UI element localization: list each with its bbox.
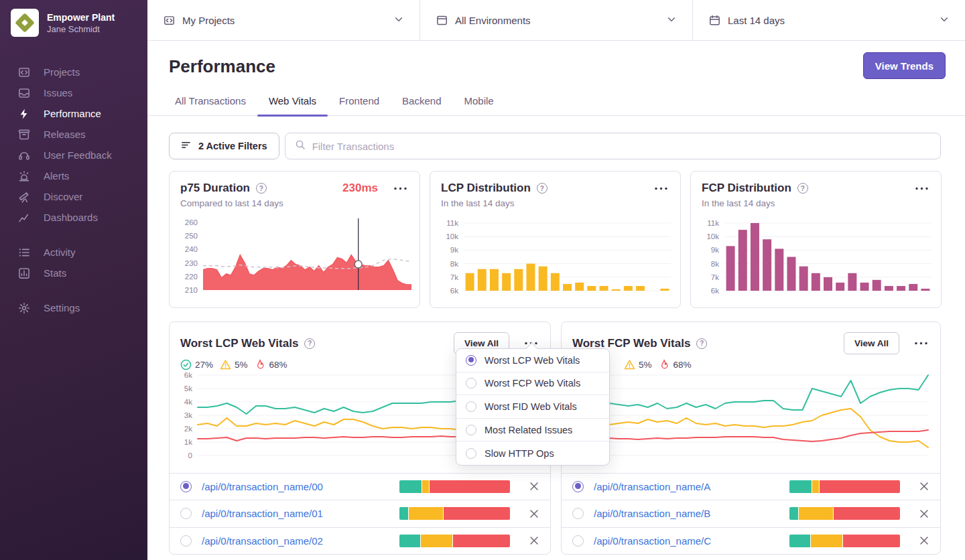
- transaction-link[interactable]: /api/0/transaction_name/A: [594, 481, 710, 492]
- dismiss-row-button[interactable]: [919, 535, 929, 546]
- tab-mobile[interactable]: Mobile: [452, 95, 505, 115]
- vitals-distribution-bar: [789, 480, 900, 493]
- dashboards-icon: [18, 212, 30, 224]
- card-header: p75 Duration ? 230ms: [170, 171, 420, 195]
- card-menu-button[interactable]: [392, 186, 409, 192]
- search-icon: [295, 139, 306, 153]
- p75-value: 230ms: [342, 182, 378, 195]
- transaction-link[interactable]: /api/0/transaction_name/01: [202, 508, 323, 519]
- chevron-down-icon: [394, 15, 403, 26]
- tab-label: All Transactions: [175, 95, 246, 107]
- row-radio[interactable]: [180, 481, 192, 492]
- table-row: /api/0/transaction_name/02: [170, 527, 550, 555]
- menu-item-slow-http-ops[interactable]: Slow HTTP Ops: [456, 441, 609, 465]
- menu-item-worst-fid-web-vitals[interactable]: Worst FID Web Vitals: [456, 395, 609, 419]
- tab-frontend[interactable]: Frontend: [328, 95, 391, 115]
- sidebar-item-activity[interactable]: Activity: [0, 242, 147, 263]
- sidebar-item-label: Performance: [44, 108, 101, 119]
- row-radio[interactable]: [180, 535, 192, 547]
- menu-radio: [466, 448, 476, 459]
- svg-text:240: 240: [185, 245, 198, 253]
- lcp-distribution-chart: 11k10k9k8k7k6k: [438, 216, 676, 306]
- tab-backend[interactable]: Backend: [391, 95, 452, 115]
- org-switcher[interactable]: Empower Plant Jane Schmidt: [0, 0, 147, 46]
- sidebar-item-issues[interactable]: Issues: [0, 82, 147, 103]
- bar-poor-segment: [453, 535, 510, 547]
- tab-web-vitals[interactable]: Web Vitals: [257, 95, 328, 115]
- transaction-link[interactable]: /api/0/transaction_name/B: [594, 508, 710, 519]
- search-box: [285, 133, 941, 159]
- help-icon[interactable]: ?: [696, 338, 707, 349]
- sidebar-item-discover[interactable]: Discover: [0, 186, 147, 207]
- transaction-link[interactable]: /api/0/transaction_name/02: [202, 535, 323, 547]
- sidebar-item-performance[interactable]: Performance: [0, 103, 147, 124]
- sidebar-nav: ProjectsIssuesPerformanceReleasesUser Fe…: [0, 62, 147, 318]
- svg-text:11k: 11k: [707, 219, 719, 227]
- menu-radio: [466, 401, 476, 412]
- topbar-filter-last-14-days[interactable]: Last 14 days: [692, 0, 965, 40]
- menu-item-most-related-issues[interactable]: Most Related Issues: [456, 419, 609, 442]
- dismiss-row-button[interactable]: [529, 535, 539, 546]
- topbar-filter-my-projects[interactable]: My Projects: [147, 0, 420, 40]
- transaction-link[interactable]: /api/0/transaction_name/00: [202, 481, 323, 492]
- help-icon[interactable]: ?: [537, 183, 548, 194]
- svg-text:2k: 2k: [184, 425, 192, 433]
- discover-icon: [18, 191, 30, 203]
- view-trends-button[interactable]: View Trends: [863, 52, 946, 79]
- transaction-link[interactable]: /api/0/transaction_name/C: [594, 535, 711, 547]
- tab-all-transactions[interactable]: All Transactions: [164, 95, 257, 115]
- projects-folder-icon: [164, 15, 175, 26]
- card-header: FCP Distribution ?: [691, 171, 941, 195]
- row-radio[interactable]: [572, 508, 584, 519]
- table-row: /api/0/transaction_name/B: [562, 500, 940, 527]
- menu-item-worst-lcp-web-vitals[interactable]: Worst LCP Web Vitals: [456, 349, 609, 372]
- svg-text:8k: 8k: [711, 260, 719, 268]
- card-menu-button[interactable]: [913, 340, 929, 346]
- help-icon[interactable]: ?: [304, 338, 315, 349]
- bar-poor-segment: [820, 480, 900, 493]
- close-icon: [529, 535, 539, 546]
- topbar-filter-label: Last 14 days: [728, 15, 785, 26]
- sidebar-item-dashboards[interactable]: Dashboards: [0, 207, 147, 228]
- help-icon[interactable]: ?: [797, 183, 808, 194]
- row-radio[interactable]: [572, 481, 584, 492]
- help-icon[interactable]: ?: [256, 183, 267, 194]
- activity-icon: [18, 247, 30, 259]
- sidebar-item-settings[interactable]: Settings: [0, 297, 147, 318]
- dismiss-row-button[interactable]: [919, 481, 929, 492]
- row-radio[interactable]: [572, 535, 584, 547]
- dismiss-row-button[interactable]: [919, 508, 929, 519]
- vitals-distribution-bar: [789, 535, 900, 547]
- view-all-button[interactable]: View All: [844, 332, 899, 354]
- svg-text:220: 220: [185, 273, 198, 281]
- sidebar-item-user-feedback[interactable]: User Feedback: [0, 145, 147, 165]
- search-input[interactable]: [312, 141, 931, 152]
- page-header: Performance View Trends All Transactions…: [147, 41, 965, 116]
- card-menu-button[interactable]: [653, 186, 669, 192]
- tab-label: Frontend: [339, 95, 379, 107]
- chevron-down-icon: [940, 15, 949, 24]
- menu-item-worst-fcp-web-vitals[interactable]: Worst FCP Web Vitals: [456, 372, 609, 396]
- dismiss-row-button[interactable]: [529, 481, 539, 492]
- chevron-down-icon: [667, 15, 676, 24]
- card-menu-button[interactable]: [913, 186, 930, 192]
- table-row: /api/0/transaction_name/01: [170, 500, 550, 527]
- menu-item-label: Most Related Issues: [485, 425, 572, 435]
- sidebar-item-releases[interactable]: Releases: [0, 124, 147, 145]
- bar-poor-segment: [444, 507, 510, 520]
- chevron-down-icon: [940, 15, 949, 26]
- row-radio[interactable]: [180, 508, 192, 519]
- sidebar-item-label: Projects: [44, 66, 80, 78]
- sidebar-item-stats[interactable]: Stats: [0, 263, 147, 283]
- active-filters-button[interactable]: 2 Active Filters: [169, 133, 279, 159]
- topbar-filter-label: My Projects: [182, 15, 235, 26]
- dismiss-row-button[interactable]: [529, 508, 539, 519]
- org-user: Jane Schmidt: [47, 24, 115, 34]
- chevron-down-icon: [667, 15, 676, 26]
- sidebar-item-alerts[interactable]: Alerts: [0, 165, 147, 186]
- sidebar-item-projects[interactable]: Projects: [0, 62, 147, 82]
- org-text: Empower Plant Jane Schmidt: [47, 12, 115, 34]
- issues-icon: [18, 87, 30, 99]
- topbar-filter-all-environments[interactable]: All Environments: [420, 0, 692, 40]
- menu-item-label: Worst LCP Web Vitals: [485, 355, 580, 366]
